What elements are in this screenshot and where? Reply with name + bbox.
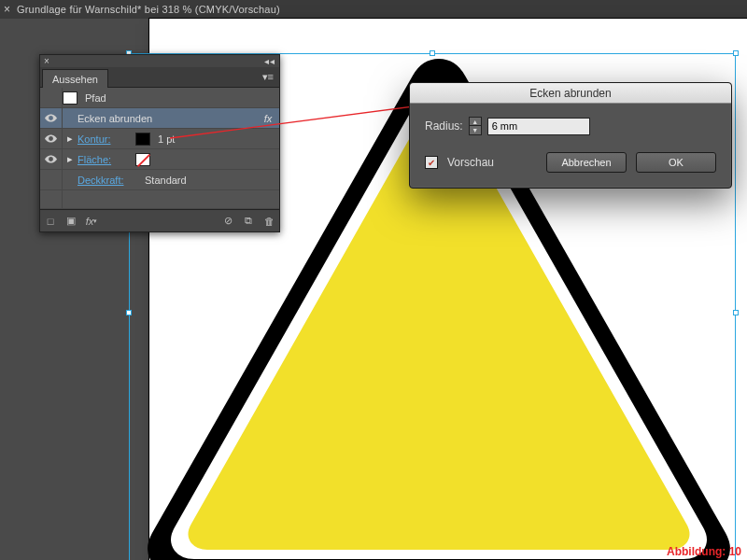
panel-footer: □ ▣ fx▾ ⊘ ⧉ 🗑 [40,209,279,231]
stepper-down-icon[interactable]: ▼ [470,126,481,134]
new-art-basic-icon[interactable]: □ [44,215,57,228]
stroke-value[interactable]: 1 pt [158,133,279,145]
stroke-label[interactable]: Kontur: [78,133,135,145]
handle-mid-left[interactable] [126,310,132,315]
collapse-panel-icon[interactable]: ◂◂ [264,56,275,66]
path-thumbnail [63,91,78,105]
add-effect-icon[interactable]: fx▾ [85,215,98,228]
visibility-toggle-icon[interactable] [40,149,63,169]
target-icon[interactable] [40,88,63,107]
stroke-swatch[interactable] [135,133,150,146]
spacer [40,190,63,208]
close-panel-icon[interactable]: × [44,56,49,66]
fx-indicator-icon[interactable]: fx [257,113,279,124]
radius-label: Radius: [425,119,463,133]
row-empty [40,190,279,209]
radius-input[interactable] [487,118,590,135]
visibility-spacer [40,170,63,189]
clear-appearance-icon[interactable]: ⊘ [221,215,234,228]
ok-button[interactable]: OK [636,152,716,173]
tab-appearance[interactable]: Aussehen [42,69,108,88]
effect-label[interactable]: Ecken abrunden [78,113,257,124]
row-effect-round-corners[interactable]: Ecken abrunden fx [40,108,279,129]
visibility-toggle-icon[interactable] [40,108,63,128]
dialog-button-row: ✔ Vorschau Abbrechen OK [425,152,716,173]
round-corners-dialog[interactable]: Ecken abrunden Radius: ▲ ▼ ✔ Vorschau Ab… [409,82,732,189]
expand-arrow-icon[interactable]: ▸ [63,133,78,145]
expand-arrow-icon[interactable]: ▸ [63,153,78,165]
duplicate-item-icon[interactable]: ⧉ [242,215,255,228]
row-opacity[interactable]: Deckkraft: Standard [40,170,279,190]
radius-row: Radius: ▲ ▼ [425,117,716,135]
figure-caption: Abbildung: 10 [667,545,741,558]
document-tab-bar: × Grundlage für Warnschild* bei 318 % (C… [0,0,747,19]
dialog-title[interactable]: Ecken abrunden [410,83,731,104]
fill-label[interactable]: Fläche: [78,154,135,165]
opacity-label[interactable]: Deckkraft: [78,175,145,186]
opacity-value[interactable]: Standard [145,175,279,186]
delete-item-icon[interactable]: 🗑 [262,215,275,228]
appearance-panel[interactable]: × ◂◂ Aussehen ▾≡ Pfad Ecken abrunden fx … [39,54,280,232]
panel-tabs: Aussehen ▾≡ [40,67,279,88]
preview-checkbox[interactable]: ✔ [425,156,438,169]
panel-body: Pfad Ecken abrunden fx ▸ Kontur: 1 pt ▸ … [40,88,279,209]
new-art-layer-icon[interactable]: ▣ [64,215,78,228]
cancel-button[interactable]: Abbrechen [546,152,627,173]
document-tab-title[interactable]: Grundlage für Warnschild* bei 318 % (CMY… [17,4,280,15]
preview-label[interactable]: Vorschau [447,156,494,169]
row-stroke[interactable]: ▸ Kontur: 1 pt [40,129,279,149]
stepper-up-icon[interactable]: ▲ [470,118,481,126]
fill-swatch-none[interactable] [135,153,150,166]
visibility-toggle-icon[interactable] [40,129,63,148]
panel-titlebar[interactable]: × ◂◂ [40,55,279,67]
row-fill[interactable]: ▸ Fläche: [40,149,279,170]
close-tab-icon[interactable]: × [4,3,17,16]
path-label: Pfad [85,92,279,104]
radius-stepper[interactable]: ▲ ▼ [469,117,482,135]
row-path-header[interactable]: Pfad [40,88,279,108]
panel-menu-icon[interactable]: ▾≡ [257,67,279,87]
